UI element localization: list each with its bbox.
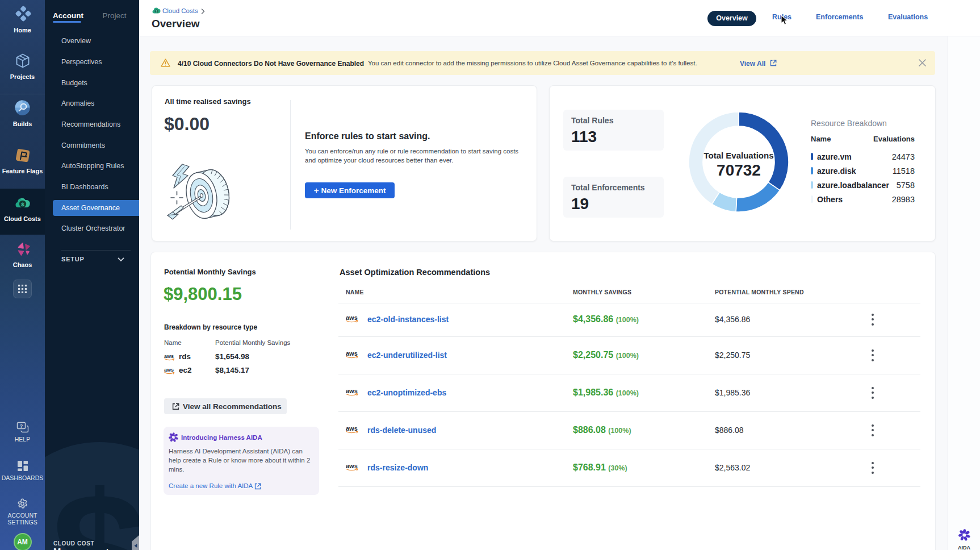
svg-text:$: $ [21,201,24,207]
svg-text:aws: aws [164,367,174,373]
svg-text:?: ? [19,423,23,429]
svg-text:$: $ [156,10,157,13]
svg-text:$: $ [51,457,139,550]
svg-text:aws: aws [164,353,174,359]
